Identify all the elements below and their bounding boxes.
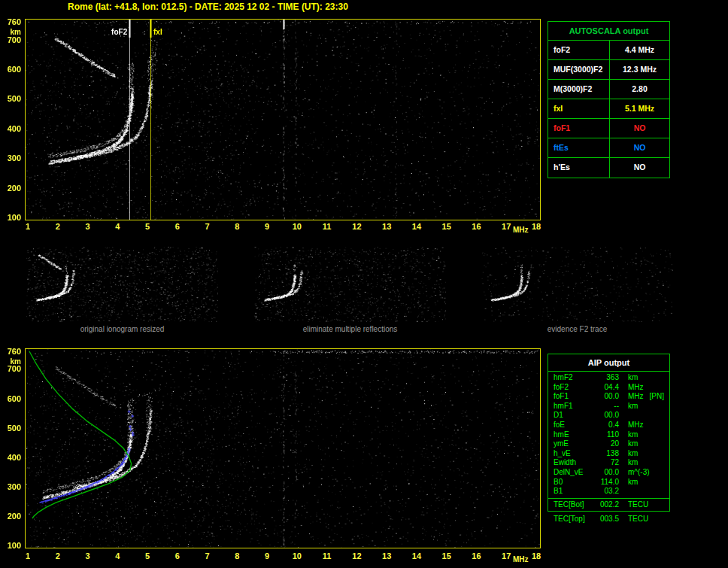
- aip-row-foF2: foF2 04.4 MHz: [548, 383, 669, 393]
- param-label: DelN_vE: [554, 468, 593, 478]
- aip-table-title: AIP output: [548, 354, 669, 372]
- x-axis-tick-label: 4: [109, 551, 126, 560]
- param-label: ymE: [554, 439, 593, 449]
- aip-row-Ewidth: Ewidth 72 km: [548, 458, 669, 468]
- y-axis-tick-label: 300: [2, 153, 21, 163]
- x-axis-tick-label: 16: [468, 222, 484, 231]
- thumbnail-f2-trace: [481, 247, 673, 322]
- param-value: 12.3 MHz: [610, 60, 669, 79]
- aip-row-foF1: foF1 00.0 MHz [PN]: [548, 392, 669, 402]
- param-value: --: [593, 402, 619, 412]
- aip-row-B0: B0 114.0 km: [548, 478, 669, 488]
- param-unit: MHz: [628, 383, 644, 393]
- param-value: 363: [593, 373, 619, 383]
- x-axis-tick-label: 3: [80, 551, 96, 560]
- y-axis-tick-label: 600: [2, 394, 21, 403]
- y-axis-tick-label: 100: [2, 541, 21, 550]
- fxI-marker-label: fxI: [153, 28, 176, 36]
- param-value: 00.0: [593, 411, 619, 421]
- x-axis-tick-label: 14: [408, 551, 425, 560]
- x-axis-tick-label: 18: [528, 551, 544, 560]
- x-axis-tick-label: 4: [109, 222, 126, 231]
- param-label: MUF(3000)F2: [548, 60, 610, 79]
- thumbnail-no-multiple-reflections: [254, 247, 446, 322]
- param-note: [PN]: [650, 392, 664, 402]
- x-axis-tick-label: 12: [348, 551, 365, 560]
- x-axis-tick-label: 1: [20, 551, 36, 560]
- tec-separator: [548, 498, 669, 499]
- param-value: 00.0: [593, 468, 619, 478]
- y-axis-tick-label: 400: [2, 453, 21, 462]
- thumbnail-original-ionogram: [26, 247, 218, 322]
- foF2-marker-label: foF2: [105, 28, 127, 36]
- x-axis-tick-label: 8: [229, 222, 245, 231]
- thumbnail-caption: eliminate multiple reflections: [254, 325, 446, 333]
- param-value: NO: [610, 119, 669, 138]
- y-axis-tick-label: 400: [2, 124, 21, 133]
- param-value: NO: [610, 138, 669, 157]
- top-ionogram-canvas: [26, 20, 540, 220]
- x-axis-tick-label: 10: [289, 222, 305, 231]
- x-axis-tick-label: 1: [20, 222, 36, 231]
- param-unit: TECU: [628, 515, 648, 524]
- x-axis-tick-label: 2: [50, 222, 66, 231]
- param-label: foF2: [548, 41, 610, 59]
- y-axis-tick-label: 760: [2, 17, 21, 26]
- y-axis-tick-label: 300: [2, 482, 21, 491]
- y-axis-tick-label: 500: [2, 424, 21, 433]
- table-row-MUF3000F2: MUF(3000)F2 12.3 MHz: [548, 60, 669, 80]
- param-label: h_vE: [554, 449, 593, 459]
- y-axis-tick-label: 500: [2, 94, 21, 103]
- param-label: TEC[Bot]: [554, 500, 593, 510]
- aip-row-ymE: ymE 20 km: [548, 439, 669, 449]
- param-label: foF2: [554, 383, 593, 393]
- x-axis-tick-label: 3: [80, 222, 96, 231]
- bottom-ionogram-plot: [25, 348, 541, 548]
- aip-row-hmF1: hmF1 -- km: [548, 402, 669, 412]
- x-axis-tick-label: 2: [50, 551, 66, 560]
- x-axis-tick-label: 9: [259, 222, 275, 231]
- param-unit: MHz: [628, 392, 644, 402]
- x-axis-tick-label: 7: [199, 551, 216, 560]
- param-value: 72: [593, 458, 619, 468]
- x-axis-tick-label: 13: [378, 222, 395, 231]
- x-axis-tick-label: 10: [289, 551, 305, 560]
- x-axis-tick-label: 7: [199, 222, 216, 231]
- aip-output-table: AIP output hmF2 363 km foF2 04.4 MHz foF…: [548, 354, 670, 512]
- x-axis-tick-label: 6: [169, 222, 186, 231]
- param-label: hmF1: [554, 402, 593, 412]
- table-row-foF1: foF1 NO: [548, 119, 669, 138]
- x-axis-tick-label: 18: [528, 222, 544, 231]
- param-label: hmF2: [554, 373, 593, 383]
- param-unit: km: [628, 430, 638, 440]
- param-unit: km: [628, 439, 638, 449]
- y-axis-tick-label: 700: [2, 35, 21, 44]
- param-label: hmE: [554, 430, 593, 440]
- aip-row-h_vE: h_vE 138 km: [548, 449, 669, 459]
- x-axis-tick-label: 5: [139, 551, 156, 560]
- aip-row-TEC-top: TEC[Top] 003.5 TECU: [548, 515, 670, 524]
- param-label: B0: [554, 478, 593, 488]
- param-value: 4.4 MHz: [610, 41, 669, 59]
- param-value: 04.4: [593, 383, 619, 393]
- param-unit: km: [628, 449, 638, 459]
- param-label: foE: [554, 421, 593, 430]
- aip-row-hmF2: hmF2 363 km: [548, 373, 669, 383]
- param-value: 20: [593, 439, 619, 449]
- aip-row-TEC-bot: TEC[Bot] 002.2 TECU: [548, 500, 669, 510]
- table-row-M3000F2: M(3000)F2 2.80: [548, 80, 669, 99]
- param-unit: km: [628, 402, 638, 412]
- param-value: 0.4: [593, 421, 619, 430]
- param-value: 5.1 MHz: [610, 99, 669, 118]
- autoscala-output-table: AUTOSCALA output foF2 4.4 MHz MUF(3000)F…: [548, 21, 670, 178]
- param-label: foF1: [548, 119, 610, 138]
- aip-row-DelN_vE: DelN_vE 00.0 m^(-3): [548, 468, 669, 478]
- x-axis-tick-label: 13: [378, 551, 395, 560]
- bottom-ionogram-canvas: [26, 349, 540, 548]
- param-unit: m^(-3): [628, 468, 650, 478]
- x-axis-tick-label: 16: [468, 551, 484, 560]
- y-axis-tick-label: 100: [2, 213, 21, 222]
- y-axis-tick-label: 700: [2, 364, 21, 373]
- param-label: ftEs: [548, 138, 610, 157]
- table-row-ftEs: ftEs NO: [548, 138, 669, 158]
